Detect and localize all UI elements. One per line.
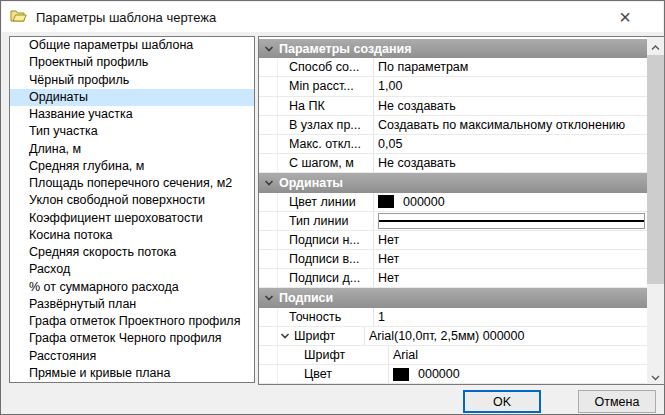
row-podpisi-nachala[interactable]: Подписи н... Нет bbox=[259, 231, 647, 250]
sidebar-item-ploshchad-poperechnogo-secheniya[interactable]: Площадь поперечного сечения, м2 bbox=[10, 175, 254, 192]
cancel-button[interactable]: Отмена bbox=[578, 390, 656, 413]
row-gutter bbox=[259, 77, 278, 95]
row-v-uzlakh-profilya[interactable]: В узлах пр... Создавать по максимальному… bbox=[259, 116, 647, 135]
row-gutter bbox=[259, 97, 278, 115]
row-tip-linii[interactable]: Тип линии bbox=[259, 212, 647, 231]
row-sposob-sozdaniya[interactable]: Способ со... По параметрам bbox=[259, 58, 647, 77]
section-header-ordinaty[interactable]: Ординаты bbox=[259, 173, 647, 192]
sidebar-item-nazvanie-uchastka[interactable]: Название участка bbox=[10, 106, 254, 123]
sidebar-item-grafa-otmetok-chernogo-profilya[interactable]: Графа отметок Черного профиля bbox=[10, 330, 254, 347]
section-header-podpisi[interactable]: Подписи bbox=[259, 288, 647, 307]
title-bar[interactable]: Параметры шаблона чертежа bbox=[2, 2, 663, 32]
row-podpisi-verkha[interactable]: Подписи в... Нет bbox=[259, 250, 647, 269]
prop-value[interactable]: 0,05 bbox=[374, 135, 647, 153]
row-shrift-group[interactable]: Шрифт Arial(10,0пт, 2,5мм) 000000 bbox=[259, 327, 647, 346]
prop-name: Min расст... bbox=[278, 77, 374, 95]
prop-value[interactable]: Создавать по максимальному отклонению bbox=[374, 116, 647, 134]
row-razmer-pt[interactable]: Размер, пт 10,0 bbox=[259, 384, 647, 385]
sidebar-item-chyornyy-profil[interactable]: Чёрный профиль bbox=[10, 72, 254, 89]
close-button[interactable]: × bbox=[602, 2, 648, 31]
prop-name: Подписи н... bbox=[278, 231, 374, 249]
window-title: Параметры шаблона чертежа bbox=[36, 10, 216, 25]
sidebar-item-raskhod[interactable]: Расход bbox=[10, 261, 254, 278]
section-title: Подписи bbox=[279, 291, 333, 305]
sidebar-item-dlina-m[interactable]: Длина, м bbox=[10, 141, 254, 158]
prop-value[interactable]: Arial bbox=[389, 346, 647, 364]
row-na-pk[interactable]: На ПК Не создавать bbox=[259, 97, 647, 116]
sidebar-item-uklon-svobodnoy-poverkhnosti[interactable]: Уклон свободной поверхности bbox=[10, 192, 254, 209]
chevron-down-icon bbox=[264, 45, 274, 53]
property-rows: Параметры создания Способ со... По парам… bbox=[259, 39, 647, 385]
sidebar-item-srednyaya-skorost-potoka[interactable]: Средняя скорость потока bbox=[10, 244, 254, 261]
sidebar-item-pryamye-i-krivye-plana[interactable]: Прямые и кривые плана bbox=[10, 365, 254, 382]
prop-value[interactable]: Не создавать bbox=[374, 154, 647, 172]
prop-value[interactable]: 000000 bbox=[389, 365, 647, 383]
section-header-parametry-sozdaniya[interactable]: Параметры создания bbox=[259, 39, 647, 58]
sidebar-item-grafa-otmetok-proektnogo-profilya[interactable]: Графа отметок Проектного профиля bbox=[10, 313, 254, 330]
prop-name: Шрифт bbox=[278, 327, 365, 345]
prop-value[interactable]: 000000 bbox=[374, 193, 647, 211]
sidebar-item-obshchie-parametry-shablona[interactable]: Общие параметры шаблона bbox=[10, 37, 254, 54]
prop-name: Размер, пт bbox=[278, 384, 374, 385]
prop-value[interactable] bbox=[374, 212, 647, 230]
prop-value[interactable]: По параметрам bbox=[374, 58, 647, 76]
prop-value[interactable]: Не создавать bbox=[374, 97, 647, 115]
scrollbar-down-button[interactable] bbox=[647, 367, 664, 384]
prop-value[interactable]: Нет bbox=[374, 231, 647, 249]
chevron-down-icon bbox=[264, 294, 274, 302]
section-title: Параметры создания bbox=[279, 42, 412, 56]
row-gutter bbox=[259, 365, 278, 383]
row-gutter bbox=[259, 327, 278, 345]
prop-name: Способ со... bbox=[278, 58, 374, 76]
sidebar-item-razvyornutyy-plan[interactable]: Развёрнутый план bbox=[10, 296, 254, 313]
row-gutter bbox=[259, 231, 278, 249]
sidebar-item-proektnyy-profil[interactable]: Проектный профиль bbox=[10, 54, 254, 71]
scrollbar-up-button[interactable] bbox=[647, 37, 664, 54]
sidebar-item-protsent-ot-summarnogo-raskhoda[interactable]: % от суммарного расхода bbox=[10, 279, 254, 296]
row-s-shagom-m[interactable]: С шагом, м Не создавать bbox=[259, 154, 647, 173]
row-gutter bbox=[259, 346, 278, 364]
prop-name: Тип линии bbox=[278, 212, 374, 230]
sidebar-item-kosina-potoka[interactable]: Косина потока bbox=[10, 227, 254, 244]
chevron-down-icon bbox=[651, 367, 660, 385]
prop-value[interactable]: Нет bbox=[374, 269, 647, 287]
sidebar-item-koeffitsient-sherokhovatosti[interactable]: Коэффициент шероховатости bbox=[10, 210, 254, 227]
sidebar-item-srednyaya-glubina-m[interactable]: Средняя глубина, м bbox=[10, 158, 254, 175]
prop-name: В узлах пр... bbox=[278, 116, 374, 134]
prop-value[interactable]: 1,00 bbox=[374, 77, 647, 95]
prop-value[interactable]: Нет bbox=[374, 250, 647, 268]
row-min-rasstoyanie[interactable]: Min расст... 1,00 bbox=[259, 77, 647, 96]
row-maks-otklonenie[interactable]: Макс. откл... 0,05 bbox=[259, 135, 647, 154]
sidebar-item-tip-uchastka[interactable]: Тип участка bbox=[10, 123, 254, 140]
sidebar-item-rasstoyaniya[interactable]: Расстояния bbox=[10, 348, 254, 365]
row-shrift-tsvet[interactable]: Цвет 000000 bbox=[259, 365, 647, 384]
row-shrift-name[interactable]: Шрифт Arial bbox=[259, 346, 647, 365]
color-swatch bbox=[378, 195, 394, 208]
ok-button[interactable]: OK bbox=[463, 390, 541, 413]
prop-name: С шагом, м bbox=[278, 154, 374, 172]
row-podpisi-dliny[interactable]: Подписи д... Нет bbox=[259, 269, 647, 288]
row-tsvet-linii[interactable]: Цвет линии 000000 bbox=[259, 193, 647, 212]
scrollbar-thumb[interactable] bbox=[647, 55, 664, 284]
row-gutter bbox=[259, 116, 278, 134]
row-gutter bbox=[259, 269, 278, 287]
row-gutter bbox=[259, 384, 278, 385]
prop-value[interactable]: 1 bbox=[374, 308, 647, 326]
template-section-list: Общие параметры шаблона Проектный профил… bbox=[9, 36, 255, 383]
grid-scrollbar[interactable] bbox=[647, 37, 664, 384]
prop-name: На ПК bbox=[278, 97, 374, 115]
prop-value[interactable]: Arial(10,0пт, 2,5мм) 000000 bbox=[365, 327, 647, 345]
chevron-down-icon bbox=[264, 179, 274, 187]
row-tochnost[interactable]: Точность 1 bbox=[259, 308, 647, 327]
row-gutter bbox=[259, 212, 278, 230]
row-gutter bbox=[259, 193, 278, 211]
prop-name: Цвет линии bbox=[278, 193, 374, 211]
row-gutter bbox=[259, 154, 278, 172]
sidebar-item-ordinaty[interactable]: Ординаты bbox=[10, 89, 254, 106]
prop-value[interactable]: 10,0 bbox=[374, 384, 647, 385]
chevron-up-icon bbox=[651, 37, 660, 55]
color-hex: 000000 bbox=[418, 367, 460, 381]
prop-name: Макс. откл... bbox=[278, 135, 374, 153]
close-icon: × bbox=[619, 7, 631, 27]
prop-name: Точность bbox=[278, 308, 374, 326]
